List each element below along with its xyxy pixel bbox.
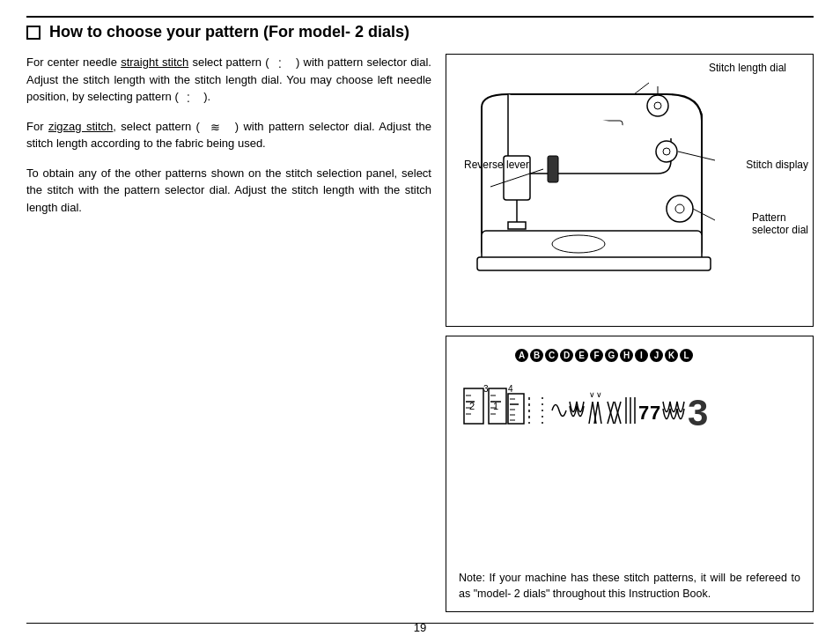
title-checkbox [26,26,41,40]
svg-text:1: 1 [493,401,498,411]
content-area: For center needle straight stitch select… [26,54,814,612]
page-title: How to choose your pattern (For model- 2… [49,23,409,41]
right-column: Stitch length dial SINGER [446,54,814,612]
straight-stitch-link: straight stitch [121,55,188,69]
stitch-letter-a: A [515,349,528,362]
stitch-letter-d: D [560,349,573,362]
svg-rect-9 [508,222,526,229]
left-column: For center needle straight stitch select… [26,54,431,612]
paragraph-1: For center needle straight stitch select… [26,54,431,106]
pattern-symbol-1: ⁚ [276,55,289,71]
bottom-line [26,623,814,624]
svg-rect-38 [508,394,524,424]
reverse-lever-label: Reverse lever [464,159,529,171]
svg-rect-17 [548,156,558,182]
stitch-letter-f: F [590,349,603,362]
stitch-pattern-box: A B C D E F G H I J K L [446,336,814,612]
stitch-symbols-svg-container: 2 3 1 [462,371,800,435]
page-container: How to choose your pattern (For model- 2… [0,0,840,643]
machine-diagram-box: Stitch length dial SINGER [446,54,814,327]
svg-text:∨: ∨ [589,390,595,399]
zigzag-stitch-link: zigzag stitch [48,120,113,133]
sewing-machine-svg: SINGER [455,72,772,310]
stitch-letter-e: E [575,349,588,362]
stitch-letter-l: L [680,349,693,362]
svg-text:≋: ≋ [210,121,220,134]
stitch-letter-c: C [545,349,558,362]
stitch-letter-j: J [650,349,663,362]
svg-point-12 [663,148,670,155]
paragraph-2: For zigzag stitch, select pattern ( ≋ ) … [26,118,431,152]
stitch-letters-row: A B C D E F G H I J K L [462,349,693,366]
stitch-letter-i: I [635,349,648,362]
stitch-letter-h: H [620,349,633,362]
stitch-letter-b: B [530,349,543,362]
svg-text:7: 7 [638,402,649,424]
svg-text:4: 4 [508,384,513,394]
svg-rect-23 [477,257,711,270]
stitch-display-label: Stitch display [746,159,808,171]
svg-point-16 [654,102,661,109]
stitch-symbols-svg: 2 3 1 [462,371,779,432]
page-title-bar: How to choose your pattern (For model- 2… [26,16,814,41]
svg-text:2: 2 [469,401,475,411]
svg-text:∨: ∨ [596,390,602,399]
svg-text:⁚: ⁚ [187,92,190,105]
svg-point-22 [552,235,605,253]
paragraph-3: To obtain any of the other patterns show… [26,165,431,217]
svg-text:3: 3 [688,392,708,432]
note-text: Note: If your machine has these stitch p… [459,565,800,603]
stitch-letter-k: K [665,349,678,362]
pattern-symbol-2: ⁚ [185,90,197,106]
pattern-symbol-3: ≋ [210,119,225,135]
svg-text:3: 3 [483,384,489,394]
stitch-letter-g: G [605,349,618,362]
svg-point-14 [675,204,684,213]
stitch-patterns-area: A B C D E F G H I J K L [459,345,800,435]
svg-text:⁚: ⁚ [278,58,282,70]
svg-text:7: 7 [650,402,660,424]
pattern-selector-label: Patternselector dial [752,211,808,236]
